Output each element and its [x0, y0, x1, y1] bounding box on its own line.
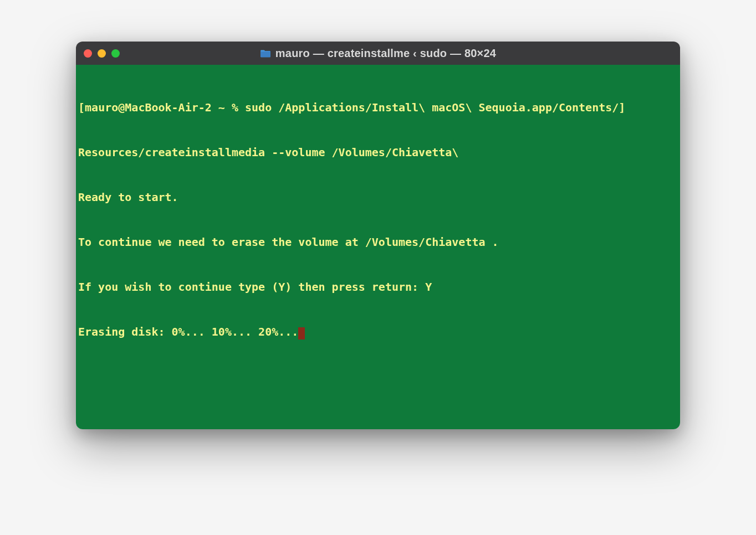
- title-bar: mauro — createinstallme ‹ sudo — 80×24: [76, 42, 680, 65]
- close-button[interactable]: [84, 49, 92, 58]
- terminal-line-4: To continue we need to erase the volume …: [78, 235, 678, 250]
- erase-progress-text: Erasing disk: 0%... 10%... 20%...: [78, 325, 298, 338]
- prompt-and-command: mauro@MacBook-Air-2 ~ % sudo /Applicatio…: [85, 101, 619, 114]
- cursor: [298, 327, 305, 339]
- traffic-lights: [84, 49, 120, 58]
- maximize-button[interactable]: [111, 49, 120, 58]
- terminal-line-5: If you wish to continue type (Y) then pr…: [78, 280, 678, 295]
- terminal-line-1: [mauro@MacBook-Air-2 ~ % sudo /Applicati…: [78, 100, 678, 115]
- terminal-line-2: Resources/createinstallmedia --volume /V…: [78, 145, 678, 160]
- close-bracket: ]: [619, 101, 625, 114]
- terminal-body[interactable]: [mauro@MacBook-Air-2 ~ % sudo /Applicati…: [76, 65, 680, 429]
- title-wrap: mauro — createinstallme ‹ sudo — 80×24: [76, 47, 680, 60]
- folder-icon: [260, 49, 271, 58]
- terminal-line-6: Erasing disk: 0%... 10%... 20%...: [78, 325, 678, 339]
- terminal-window: mauro — createinstallme ‹ sudo — 80×24 […: [76, 42, 680, 429]
- minimize-button[interactable]: [98, 49, 106, 58]
- window-title: mauro — createinstallme ‹ sudo — 80×24: [275, 47, 496, 60]
- open-bracket: [: [78, 101, 85, 114]
- terminal-line-3: Ready to start.: [78, 190, 678, 205]
